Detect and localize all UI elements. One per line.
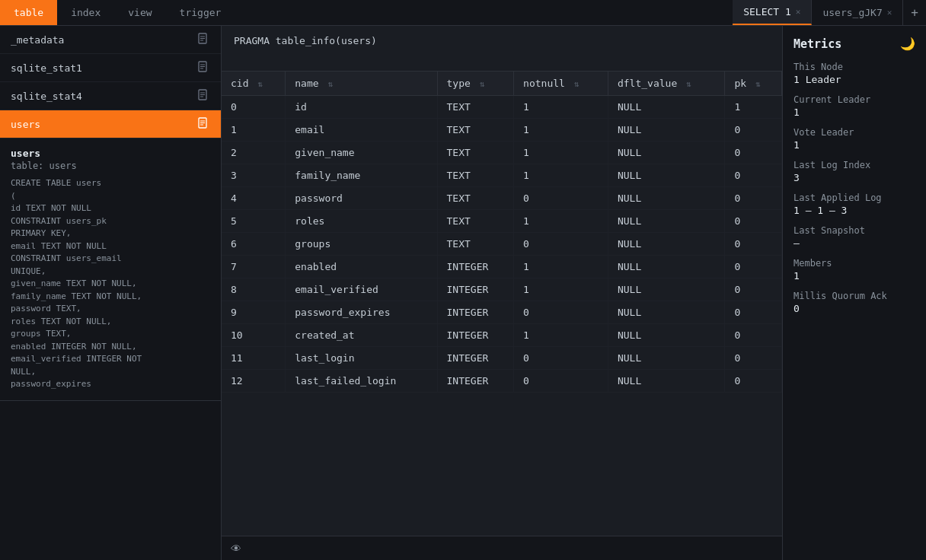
sidebar-item-metadata[interactable]: _metadata [0, 26, 221, 54]
sort-icon-type: ⇅ [480, 79, 485, 89]
cell-dflt_value: NULL [608, 324, 724, 347]
sort-icon-name: ⇅ [327, 79, 333, 89]
tab-trigger[interactable]: trigger [166, 0, 235, 25]
cell-notnull: 0 [514, 233, 608, 256]
tab-select1-close[interactable]: ✕ [796, 7, 801, 17]
table-row: 2given_nameTEXT1NULL0 [222, 142, 782, 164]
col-pk[interactable]: pk ⇅ [725, 72, 782, 96]
sidebar-item-sqlite-stat1[interactable]: sqlite_stat1 [0, 54, 221, 82]
tab-users-label: users_gJK7 [822, 7, 882, 18]
vote-leader-value: 1 [793, 139, 915, 151]
col-name[interactable]: name ⇅ [286, 72, 437, 96]
cell-notnull: 0 [514, 347, 608, 370]
cell-name: email_verified [286, 278, 437, 301]
cell-pk: 0 [725, 142, 782, 164]
cell-name: family_name [286, 164, 437, 187]
cell-cid: 1 [222, 119, 286, 142]
doc-icon [196, 61, 210, 75]
sidebar-table-label: table: users [11, 161, 210, 171]
cell-notnull: 1 [514, 278, 608, 301]
cell-name: email [286, 119, 437, 142]
table-row: 11last_loginINTEGER0NULL0 [222, 347, 782, 370]
table-row: 9password_expiresINTEGER0NULL0 [222, 301, 782, 324]
eye-icon[interactable]: 👁 [231, 542, 241, 555]
cell-dflt_value: NULL [608, 210, 724, 233]
cell-cid: 2 [222, 142, 286, 164]
sidebar-info-panel: users table: users CREATE TABLE users ( … [0, 138, 221, 401]
cell-name: created_at [286, 324, 437, 347]
this-node-label: This Node [793, 62, 915, 72]
col-notnull[interactable]: notnull ⇅ [514, 72, 608, 96]
col-cid[interactable]: cid ⇅ [222, 72, 286, 96]
table-row: 4passwordTEXT0NULL0 [222, 187, 782, 210]
cell-pk: 0 [725, 164, 782, 187]
results-table: cid ⇅ name ⇅ type ⇅ notnull ⇅ dflt_value… [222, 72, 782, 393]
members-value: 1 [793, 270, 915, 282]
tab-users-close[interactable]: ✕ [887, 8, 892, 18]
sidebar-item-users[interactable]: users [0, 110, 221, 138]
cell-dflt_value: NULL [608, 96, 724, 119]
main-layout: _metadata sqlite_stat1 sqlite_stat4 [0, 26, 926, 560]
sidebar-ddl: CREATE TABLE users ( id TEXT NOT NULL CO… [11, 177, 210, 391]
cell-name: password [286, 187, 437, 210]
last-snapshot-label: Last Snapshot [793, 225, 915, 236]
tab-table[interactable]: table [0, 0, 57, 25]
metric-this-node: This Node 1 Leader [793, 62, 915, 85]
cell-cid: 8 [222, 278, 286, 301]
subtab-bar: table index view trigger SELECT 1 ✕ user… [0, 0, 926, 26]
content-area: PRAGMA table_info(users) cid ⇅ name ⇅ ty… [222, 26, 782, 560]
table-row: 8email_verifiedINTEGER1NULL0 [222, 278, 782, 301]
tab-users[interactable]: users_gJK7 ✕ [812, 0, 903, 25]
doc-icon [196, 89, 210, 103]
cell-dflt_value: NULL [608, 301, 724, 324]
cell-pk: 0 [725, 301, 782, 324]
sidebar: _metadata sqlite_stat1 sqlite_stat4 [0, 26, 222, 560]
cell-pk: 0 [725, 187, 782, 210]
metric-last-log-index: Last Log Index 3 [793, 160, 915, 183]
tab-select1[interactable]: SELECT 1 ✕ [733, 0, 812, 25]
cell-cid: 9 [222, 301, 286, 324]
cell-notnull: 0 [514, 370, 608, 393]
cell-pk: 0 [725, 370, 782, 393]
members-label: Members [793, 258, 915, 269]
col-type[interactable]: type ⇅ [437, 72, 514, 96]
tab-view[interactable]: view [114, 0, 165, 25]
cell-type: INTEGER [437, 324, 514, 347]
millis-quorum-ack-label: Millis Quorum Ack [793, 291, 915, 301]
cell-cid: 11 [222, 347, 286, 370]
cell-type: INTEGER [437, 301, 514, 324]
cell-type: INTEGER [437, 347, 514, 370]
last-applied-log-value: 1 – 1 – 3 [793, 205, 915, 216]
cell-dflt_value: NULL [608, 142, 724, 164]
last-log-index-label: Last Log Index [793, 160, 915, 170]
tab-index-label: index [71, 7, 101, 18]
metric-last-applied-log: Last Applied Log 1 – 1 – 3 [793, 192, 915, 216]
cell-dflt_value: NULL [608, 187, 724, 210]
sidebar-item-sqlite-stat4[interactable]: sqlite_stat4 [0, 82, 221, 110]
cell-type: TEXT [437, 187, 514, 210]
sidebar-table-name: users [11, 148, 210, 159]
col-dflt-value[interactable]: dflt_value ⇅ [608, 72, 724, 96]
table-row: 12last_failed_loginINTEGER0NULL0 [222, 370, 782, 393]
cell-dflt_value: NULL [608, 370, 724, 393]
results-table-container[interactable]: cid ⇅ name ⇅ type ⇅ notnull ⇅ dflt_value… [222, 72, 782, 536]
current-leader-label: Current Leader [793, 94, 915, 105]
sort-icon-pk: ⇅ [755, 79, 761, 89]
cell-notnull: 0 [514, 301, 608, 324]
metric-members: Members 1 [793, 258, 915, 282]
cell-name: groups [286, 233, 437, 256]
cell-notnull: 1 [514, 324, 608, 347]
last-applied-log-label: Last Applied Log [793, 192, 915, 203]
sort-icon-cid: ⇅ [257, 79, 263, 89]
moon-icon[interactable]: 🌙 [900, 37, 915, 51]
cell-notnull: 1 [514, 96, 608, 119]
cell-name: roles [286, 210, 437, 233]
metrics-panel: Metrics 🌙 This Node 1 Leader Current Lea… [782, 26, 926, 560]
cell-dflt_value: NULL [608, 278, 724, 301]
vote-leader-label: Vote Leader [793, 127, 915, 138]
cell-dflt_value: NULL [608, 119, 724, 142]
cell-cid: 3 [222, 164, 286, 187]
cell-type: TEXT [437, 164, 514, 187]
add-tab-button[interactable]: + [903, 0, 926, 25]
tab-index[interactable]: index [57, 0, 114, 25]
